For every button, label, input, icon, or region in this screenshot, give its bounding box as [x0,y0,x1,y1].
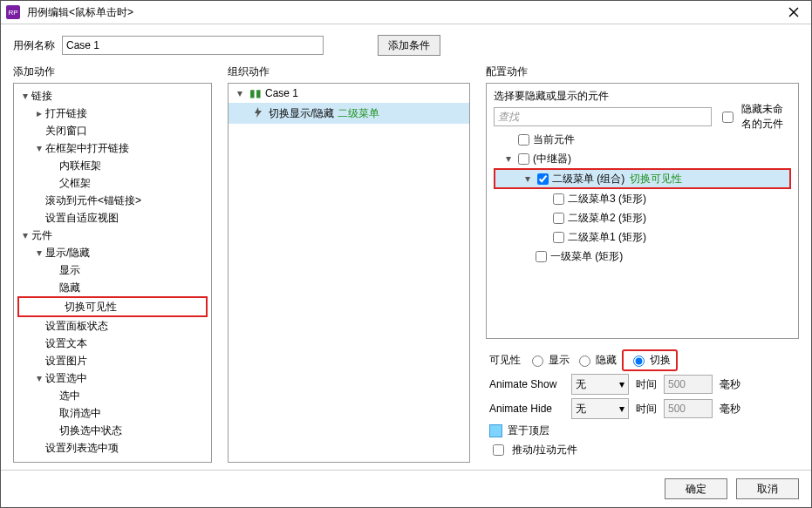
action-tree-item[interactable]: 父框架 [14,174,211,192]
action-tree-item[interactable]: 设置列表选中项 [14,439,211,457]
action-tree-item[interactable]: 关闭窗口 [14,122,211,139]
widget-checkbox[interactable] [553,193,564,205]
chevron-down-icon [234,87,246,99]
case-action-row[interactable]: 切换显示/隐藏 二级菜单 [229,103,469,124]
animate-show-combo[interactable]: 无 [571,374,629,395]
close-icon [788,7,799,17]
action-prefix: 切换显示/隐藏 [269,107,334,119]
action-tree-item[interactable]: 内联框架 [14,157,211,174]
action-tree-item[interactable]: 显示 [14,261,211,279]
chevron-down-icon [19,229,31,241]
animate-show-time-label: 时间 [636,377,657,392]
action-tree-item[interactable]: 设置自适应视图 [14,209,211,227]
action-tree-item[interactable]: 取消选中 [14,404,211,422]
widget-tree-item[interactable]: 二级菜单2 (矩形) [494,208,791,227]
chevron-down-icon [33,372,45,384]
visibility-hide-radio[interactable] [579,356,590,367]
animate-show-time-input [664,375,713,394]
widget-checkbox[interactable] [536,251,547,262]
ok-button[interactable]: 确定 [665,478,727,499]
action-tree-item[interactable]: 设置面板状态 [14,317,211,335]
visibility-label: 可见性 [489,353,521,368]
widget-suffix: 切换可见性 [630,172,682,186]
action-tree-label: 打开链接 [45,106,87,121]
bring-to-front-checkbox[interactable] [489,424,502,437]
chevron-down-icon [522,173,534,185]
widget-tree-item[interactable]: 当前元件 [494,130,791,149]
action-tree-label: 父框架 [59,176,91,191]
widget-tree-item[interactable]: (中继器) [494,149,791,168]
visibility-hide-option[interactable]: 隐藏 [575,353,617,368]
widget-tree-item[interactable]: 二级菜单 (组合)切换可见性 [494,168,791,189]
bring-to-front-option[interactable]: 置于顶层 [489,421,795,440]
chevron-down-icon [619,403,624,415]
animate-hide-unit: 毫秒 [720,402,740,417]
action-tree-item[interactable]: 滚动到元件<锚链接> [14,192,211,209]
widget-checkbox[interactable] [553,232,564,243]
action-tree-label: 在框架中打开链接 [45,141,129,156]
action-tree-label: 取消选中 [59,406,101,421]
chevron-down-icon [502,152,515,165]
action-tree-item[interactable]: 设置选中 [14,369,211,387]
hide-unnamed-option[interactable]: 隐藏未命名的元件 [719,107,791,126]
push-pull-checkbox[interactable] [493,444,504,456]
case-panel: ▮▮ Case 1 切换显示/隐藏 二级菜单 [228,83,470,463]
action-tree-label: 滚动到元件<锚链接> [45,193,141,208]
action-tree-item[interactable]: 在框架中打开链接 [14,139,211,157]
hide-unnamed-label: 隐藏未命名的元件 [741,102,791,132]
hide-unnamed-checkbox[interactable] [722,112,734,123]
action-tree-item[interactable]: 切换可见性 [19,298,206,315]
widget-label: 二级菜单3 (矩形) [568,192,646,207]
action-tree-item[interactable]: 打开链接 [14,105,211,122]
widget-label: 二级菜单1 (矩形) [568,230,646,245]
actions-tree-panel: 链接打开链接关闭窗口在框架中打开链接内联框架父框架滚动到元件<锚链接>设置自适应… [13,83,212,463]
push-pull-option[interactable]: 推动/拉动元件 [489,440,795,459]
action-tree-item[interactable]: 链接 [14,87,211,105]
action-tree-label: 设置图片 [45,354,87,369]
action-tree-item[interactable]: 设置文本 [14,335,211,352]
mid-panel-title: 组织动作 [228,64,470,83]
animate-show-unit: 毫秒 [720,377,740,392]
action-tree-label: 设置列表选中项 [45,441,119,456]
action-tree-label: 隐藏 [59,281,80,295]
cancel-button[interactable]: 取消 [736,478,799,499]
case-label: Case 1 [265,87,298,99]
animate-hide-combo[interactable]: 无 [571,398,629,419]
action-target: 二级菜单 [338,107,379,119]
visibility-show-option[interactable]: 显示 [528,353,570,368]
action-tree-item[interactable]: 设置图片 [14,352,211,369]
action-tree-label: 选中 [59,389,80,403]
visibility-toggle-radio[interactable] [633,356,645,367]
widget-checkbox[interactable] [553,213,564,224]
widget-tree-item[interactable]: 二级菜单1 (矩形) [494,227,791,247]
case-name-input[interactable] [62,36,324,55]
widget-tree-item[interactable]: 二级菜单3 (矩形) [494,189,791,208]
visibility-toggle-option[interactable]: 切换 [629,353,671,368]
widget-checkbox[interactable] [518,153,529,165]
case-header[interactable]: ▮▮ Case 1 [229,84,469,103]
widget-tree-item[interactable]: 一级菜单 (矩形) [494,247,791,266]
chevron-down-icon [33,142,45,154]
action-tree-label: 切换选中状态 [59,423,122,438]
widget-search-input[interactable] [494,107,712,126]
widget-checkbox[interactable] [518,134,529,146]
action-tree-label: 关闭窗口 [45,124,87,139]
chevron-down-icon [19,90,31,102]
action-tree-label: 链接 [31,89,52,104]
action-tree-item[interactable]: 切换选中状态 [14,422,211,439]
action-tree-item[interactable]: 隐藏 [14,279,211,296]
action-tree-label: 设置自适应视图 [45,211,119,226]
action-tree-label: 设置文本 [45,336,87,351]
visibility-show-radio[interactable] [532,356,543,367]
widget-checkbox[interactable] [537,173,549,185]
chevron-down-icon [619,378,624,390]
action-tree-item[interactable]: 元件 [14,227,211,244]
add-condition-button[interactable]: 添加条件 [378,35,440,56]
action-tree-label: 设置面板状态 [45,319,108,334]
action-tree-item[interactable]: 选中 [14,387,211,404]
window-close-button[interactable] [776,1,811,24]
action-tree-label: 显示 [59,263,80,278]
action-tree-label: 设置选中 [45,371,87,386]
chevron-down-icon [33,247,45,259]
action-tree-item[interactable]: 显示/隐藏 [14,244,211,261]
